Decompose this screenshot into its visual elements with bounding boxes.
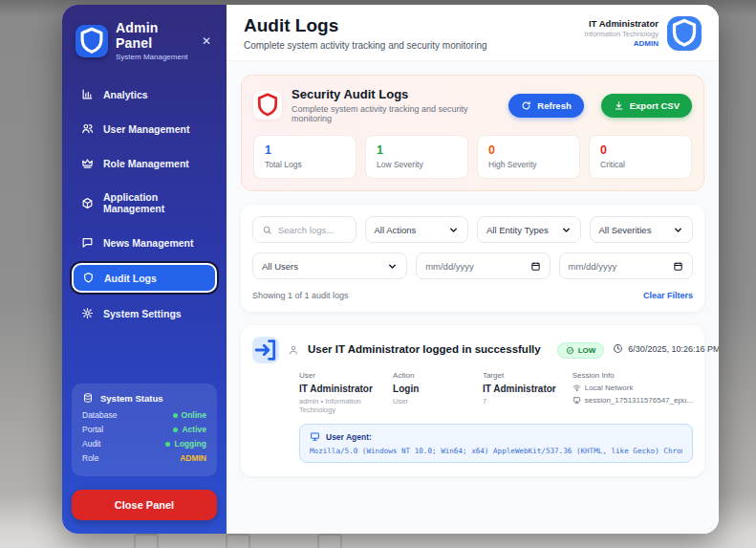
search-icon — [262, 225, 272, 235]
status-dot — [173, 427, 178, 432]
close-icon[interactable]: ✕ — [198, 33, 215, 50]
crown-icon — [81, 157, 94, 169]
status-dot — [165, 442, 170, 447]
close-panel-button[interactable]: Close Panel — [72, 490, 217, 520]
severities-filter-select[interactable]: All Severities — [590, 216, 694, 243]
security-audit-section: Security Audit Logs Complete system acti… — [241, 75, 704, 191]
chat-icon — [81, 236, 94, 249]
section-subtitle: Complete system activity tracking and se… — [292, 104, 499, 123]
log-timestamp: 6/30/2025, 10:26:16 PM — [613, 343, 719, 354]
stat-low-severity: 1 Low Severity — [365, 135, 468, 179]
section-title: Security Audit Logs — [292, 87, 499, 101]
date-to-input[interactable]: mm/dd/yyyy — [559, 252, 693, 279]
avatar[interactable] — [667, 16, 702, 51]
status-dot — [173, 413, 178, 418]
date-from-input[interactable]: mm/dd/yyyy — [416, 252, 550, 279]
chevron-down-icon — [673, 225, 683, 235]
wifi-icon — [572, 384, 581, 392]
stat-label: Total Logs — [265, 160, 345, 169]
stat-critical: 0 Critical — [589, 135, 692, 179]
sidebar-item-news-management[interactable]: News Management — [72, 229, 217, 256]
cube-icon — [81, 197, 94, 209]
stat-value: 1 — [265, 143, 345, 157]
sidebar-item-label: Audit Logs — [104, 273, 157, 284]
users-filter-select[interactable]: All Users — [252, 252, 407, 279]
shield-icon — [667, 16, 702, 51]
sidebar-item-application-management[interactable]: Application Management — [72, 184, 217, 222]
sidebar-item-label: Application Management — [103, 191, 207, 214]
sidebar-item-audit-logs[interactable]: Audit Logs — [72, 263, 217, 293]
dimmed-background — [0, 534, 756, 548]
shield-icon — [76, 25, 108, 57]
session-id: session_1751311576547_epu... — [572, 396, 693, 405]
refresh-button[interactable]: Refresh — [508, 94, 583, 118]
user-department: Information Technology — [585, 30, 659, 38]
status-row-database: Database Online — [82, 410, 206, 420]
calendar-icon — [673, 261, 683, 272]
user-role-badge: ADMIN — [585, 39, 659, 48]
shield-icon — [253, 91, 282, 120]
sidebar-item-role-management[interactable]: Role Management — [72, 149, 217, 177]
sidebar-subtitle: System Management — [116, 53, 190, 61]
monitor-icon — [572, 396, 581, 405]
sidebar-item-user-management[interactable]: User Management — [72, 115, 217, 142]
sidebar-title: Admin Panel — [116, 20, 190, 51]
session-network: Local Network — [572, 384, 693, 392]
admin-panel-modal: Admin Panel System Management ✕ Analytic… — [62, 5, 719, 534]
severity-badge: LOW — [557, 342, 605, 359]
calendar-icon — [530, 261, 541, 272]
sidebar-item-label: News Management — [103, 237, 194, 249]
clock-icon — [613, 343, 623, 354]
sidebar-item-system-settings[interactable]: System Settings — [72, 299, 217, 327]
stat-label: High Severity — [488, 160, 569, 169]
sidebar-item-label: Analytics — [103, 89, 148, 100]
sidebar: Admin Panel System Management ✕ Analytic… — [62, 5, 227, 534]
system-status-title: System Status — [100, 393, 162, 404]
stat-value: 0 — [600, 143, 680, 157]
monitor-icon — [310, 431, 320, 442]
system-status-card: System Status Database Online Portal Act… — [72, 384, 217, 476]
export-csv-button[interactable]: Export CSV — [601, 94, 692, 118]
status-row-portal: Portal Active — [82, 425, 206, 434]
stat-total-logs: 1 Total Logs — [253, 135, 356, 179]
stat-label: Critical — [600, 160, 680, 169]
security-shield-badge — [253, 91, 282, 120]
status-value: Online — [182, 410, 206, 420]
actions-filter-select[interactable]: All Actions — [365, 216, 469, 243]
log-col-target: Target IT Administrator 7 — [483, 371, 565, 414]
clear-filters-link[interactable]: Clear Filters — [643, 291, 693, 300]
sidebar-item-label: Role Management — [103, 158, 189, 169]
sidebar-header: Admin Panel System Management ✕ — [62, 16, 227, 71]
page-header: Audit Logs Complete system activity trac… — [227, 5, 719, 61]
audit-log-entry[interactable]: User IT Administrator logged in successf… — [241, 325, 704, 476]
status-value: ADMIN — [180, 453, 206, 463]
status-value: Logging — [174, 439, 206, 449]
refresh-icon — [521, 100, 531, 111]
sidebar-menu: Analytics User Management Role Managemen… — [62, 80, 227, 334]
stat-label: Low Severity — [377, 160, 457, 169]
login-action-badge — [252, 337, 279, 363]
results-count: Showing 1 of 1 audit logs — [252, 291, 349, 300]
chevron-down-icon — [561, 225, 572, 235]
stats-row: 1 Total Logs 1 Low Severity 0 High Sever… — [253, 135, 692, 179]
shield-icon — [82, 272, 95, 284]
admin-panel-logo — [76, 25, 108, 57]
log-col-action: Action Login User — [393, 371, 475, 414]
chevron-down-icon — [387, 261, 398, 272]
database-icon — [82, 392, 94, 404]
filters-panel: All Actions All Entity Types All Severit… — [241, 205, 704, 312]
user-info: IT Administrator Information Technology … — [585, 18, 659, 48]
sidebar-item-analytics[interactable]: Analytics — [72, 80, 217, 108]
sidebar-item-label: System Settings — [103, 308, 182, 319]
sidebar-item-label: User Management — [103, 123, 189, 135]
gear-icon — [81, 307, 94, 319]
user-icon — [288, 344, 299, 356]
stat-value: 1 — [377, 143, 457, 157]
search-input[interactable] — [278, 225, 347, 235]
user-agent-value: Mozilla/5.0 (Windows NT 10.0; Win64; x64… — [310, 447, 682, 455]
bar-chart-icon — [81, 88, 94, 100]
login-icon — [252, 337, 279, 363]
status-row-audit: Audit Logging — [82, 439, 206, 449]
user-agent-box: User Agent: Mozilla/5.0 (Windows NT 10.0… — [299, 424, 693, 463]
entity-types-filter-select[interactable]: All Entity Types — [477, 216, 581, 243]
